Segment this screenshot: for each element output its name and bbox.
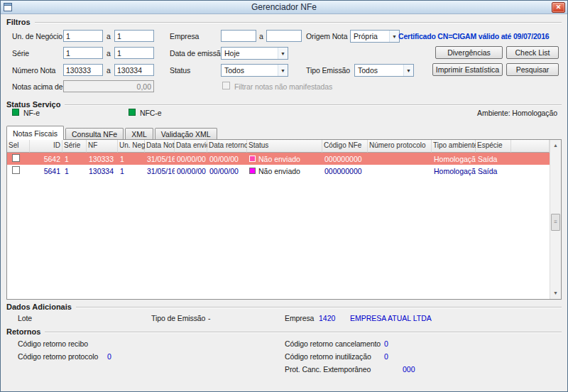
pesquisar-button[interactable]: Pesquisar <box>506 63 559 76</box>
cell-tipo-ambiente: Homologação <box>432 155 476 163</box>
numero-nota-from-input[interactable] <box>63 64 103 76</box>
tab-notas-fiscais[interactable]: Notas Fiscais <box>6 126 64 140</box>
scroll-down-icon[interactable]: ▼ <box>550 288 561 299</box>
tipo-emissao-value: Todos <box>355 66 403 75</box>
serie-a-label: a <box>106 49 111 58</box>
filtrar-manifestadas-label: Filtrar notas não manifestadas <box>234 82 332 91</box>
numero-nota-a-label: a <box>106 66 111 75</box>
numero-nota-to-input[interactable] <box>114 64 154 76</box>
empresa-codigo-value: 1420 <box>319 314 335 322</box>
cell-nf: 130333 <box>87 155 118 163</box>
retornos-title: Retornos <box>6 327 40 336</box>
empresa-a-label: a <box>259 32 263 40</box>
notas-acima-input <box>63 80 154 92</box>
table-row[interactable]: 5641 1 130334 1 31/05/16 00/00/00 00/00/… <box>7 165 550 177</box>
retorno-recibo-label: Código retorno recibo <box>18 339 88 348</box>
col-status: Status <box>247 140 322 153</box>
cell-especie: Saída <box>476 155 511 163</box>
cell-data-retorno: 00/00/00 <box>207 167 247 175</box>
cell-status: Não enviado <box>247 167 322 175</box>
un-negocio-from-input[interactable] <box>63 30 103 42</box>
cell-id: 5641 <box>30 167 62 175</box>
cell-nf: 130334 <box>87 167 118 175</box>
scroll-up-icon[interactable]: ▲ <box>550 140 561 151</box>
un-negocio-a-label: a <box>106 32 111 40</box>
filtrar-manifestadas-checkbox[interactable] <box>222 82 230 89</box>
tab-xml-label: XML <box>131 130 147 138</box>
empresa-from-input[interactable] <box>221 30 256 42</box>
status-select[interactable]: Todos ▼ <box>221 64 288 77</box>
app-window: Gerenciador NFe ✕ Filtros Un. de Negócio… <box>0 0 568 392</box>
row-select-checkbox[interactable] <box>12 154 20 162</box>
row-select-cell <box>7 166 30 175</box>
chevron-down-icon: ▼ <box>389 31 399 42</box>
status-value: Todos <box>222 66 278 75</box>
nfe-status-icon <box>12 109 19 116</box>
tipo-emissao-info-label: Tipo de Emissão <box>151 314 205 322</box>
close-icon[interactable]: ✕ <box>552 2 565 13</box>
empresa-to-input[interactable] <box>266 30 302 42</box>
vertical-scrollbar[interactable]: ▲ ≡ ▼ <box>550 140 561 299</box>
numero-nota-label: Número Nota <box>12 66 55 75</box>
tab-validacao-xml[interactable]: Validação XML <box>155 128 217 140</box>
retorno-cancelamento-label: Código retorno cancelamento <box>285 339 381 348</box>
serie-to-input[interactable] <box>114 47 154 59</box>
title-bar: Gerenciador NFe ✕ <box>1 1 567 14</box>
scroll-thumb[interactable]: ≡ <box>551 214 560 231</box>
cell-codigo-nfe: 000000000 <box>322 167 368 175</box>
cell-status-text: Não enviado <box>258 155 300 163</box>
col-un-neg: Un. Neg. <box>118 140 145 153</box>
cell-id: 5642 <box>30 155 62 163</box>
tipo-emissao-label: Tipo Emissão <box>306 66 350 75</box>
cell-status-text: Não enviado <box>258 167 300 175</box>
serie-from-input[interactable] <box>63 47 103 59</box>
cell-un-neg: 1 <box>118 155 145 163</box>
tab-validacao-xml-label: Validação XML <box>161 130 211 138</box>
row-select-cell <box>7 154 30 163</box>
app-icon <box>4 3 12 11</box>
invoice-grid: Sel ID Série NF Un. Neg. Data Nota Data … <box>7 140 550 299</box>
divergencias-button[interactable]: Divergências <box>435 46 503 59</box>
retorno-protocolo-value: 0 <box>107 352 111 361</box>
cell-data-retorno: 00/00/00 <box>207 155 247 163</box>
origem-nota-label: Origem Nota <box>306 32 347 40</box>
tab-consulta-nfe[interactable]: Consulta NFe <box>65 128 124 140</box>
col-data-envio: Data envio <box>175 140 207 153</box>
origem-nota-value: Própria <box>351 32 389 40</box>
col-filler <box>511 140 550 153</box>
chevron-down-icon: ▼ <box>278 65 288 76</box>
nfe-label: NF-e <box>23 109 40 117</box>
retorno-cancelamento-value: 0 <box>384 339 388 348</box>
data-emissao-select[interactable]: Hoje ▼ <box>221 47 288 60</box>
cell-data-nota: 31/05/16 <box>145 155 175 163</box>
filtros-section-header: Filtros <box>6 17 562 26</box>
tipo-emissao-select[interactable]: Todos ▼ <box>354 64 414 77</box>
retorno-protocolo-label: Código retorno protocolo <box>18 352 98 361</box>
serie-label: Série <box>12 49 29 58</box>
cell-especie: Saída <box>476 167 511 175</box>
col-codigo-nfe: Código NFe <box>322 140 368 153</box>
prot-canc-label: Prot. Canc. Extemporâneo <box>285 365 371 374</box>
col-data-retorno: Data retorno <box>207 140 247 153</box>
cell-data-nota: 31/05/16 <box>145 167 175 175</box>
tab-bar: Notas Fiscais Consulta NFe XML Validação… <box>6 126 219 140</box>
un-negocio-to-input[interactable] <box>114 30 154 42</box>
row-select-checkbox[interactable] <box>12 166 20 174</box>
status-servico-section-header: Status Serviço <box>6 99 562 109</box>
table-row[interactable]: 5642 1 130333 1 31/05/16 00/00/00 00/00/… <box>7 153 550 165</box>
data-emissao-label: Data de emissão <box>170 49 224 58</box>
col-serie: Série <box>62 140 87 153</box>
empresa-label: Empresa <box>170 32 199 40</box>
nfce-status-icon <box>129 109 136 116</box>
nfce-label: NFC-e <box>140 109 161 117</box>
tab-xml[interactable]: XML <box>125 128 153 140</box>
check-list-button[interactable]: Check List <box>506 46 559 59</box>
dados-adicionais-title: Dados Adicionais <box>6 303 72 311</box>
origem-nota-select[interactable]: Própria ▼ <box>350 30 400 43</box>
cell-serie: 1 <box>62 167 87 175</box>
imprimir-estatistica-button[interactable]: Imprimir Estatística <box>432 63 503 76</box>
invoice-table: Sel ID Série NF Un. Neg. Data Nota Data … <box>6 139 562 300</box>
data-emissao-value: Hoje <box>222 49 278 58</box>
chevron-down-icon: ▼ <box>403 65 413 76</box>
dados-adicionais-section-header: Dados Adicionais <box>6 302 562 311</box>
